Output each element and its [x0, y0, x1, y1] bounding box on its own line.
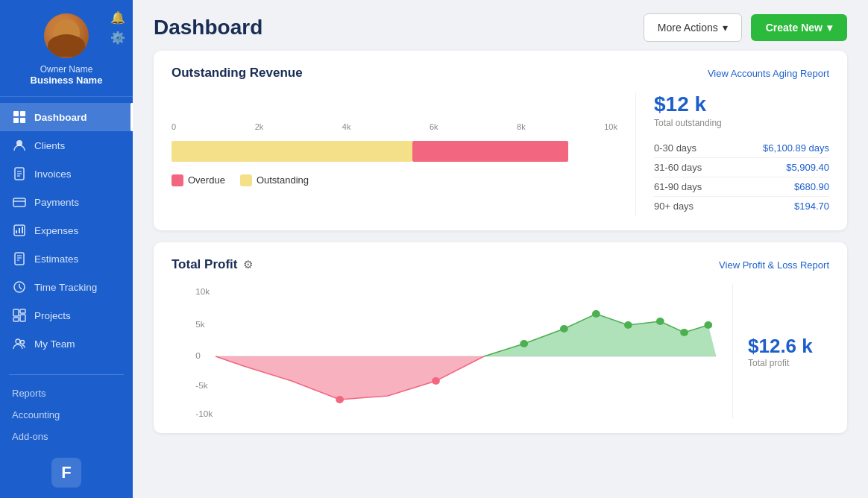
revenue-chart-area: 0 2k 4k 6k 8k 10k — [172, 92, 829, 215]
time-tracking-icon — [12, 280, 27, 294]
sidebar-link-reports[interactable]: Reports — [0, 382, 133, 404]
aging-label: 90+ days — [654, 201, 694, 212]
view-profit-loss-link[interactable]: View Profit & Loss Report — [719, 259, 829, 271]
sidebar-logo: F — [0, 450, 133, 498]
sidebar-link-addons[interactable]: Add-ons — [0, 426, 133, 447]
sidebar-item-payments[interactable]: Payments — [0, 188, 133, 216]
sidebar-item-label: Dashboard — [34, 112, 87, 123]
sidebar-nav: Dashboard Clients Invoices Payments — [0, 97, 133, 370]
sidebar-header-icons: 🔔 ⚙️ — [110, 10, 125, 45]
active-indicator — [130, 103, 133, 131]
total-profit-label: Total profit — [748, 358, 789, 368]
more-actions-button[interactable]: More Actions ▾ — [644, 13, 742, 42]
bar-chart: 0 2k 4k 6k 8k 10k — [172, 122, 617, 186]
svg-rect-23 — [20, 309, 25, 313]
create-new-button[interactable]: Create New ▾ — [751, 14, 847, 41]
svg-rect-24 — [20, 315, 25, 321]
sidebar-item-invoices[interactable]: Invoices — [0, 160, 133, 188]
notifications-icon[interactable]: 🔔 — [110, 10, 125, 25]
sidebar-item-label: Estimates — [34, 253, 78, 265]
owner-name: Owner Name — [40, 64, 93, 75]
legend-overdue-label: Overdue — [188, 174, 225, 186]
y-label-5k: 5k — [195, 320, 205, 329]
dashboard-content: Outstanding Revenue View Accounts Aging … — [133, 51, 868, 448]
bar-row — [172, 137, 617, 166]
aging-value: $5,909.40 — [786, 162, 829, 173]
profit-point — [520, 340, 528, 347]
more-actions-label: More Actions — [658, 22, 718, 34]
total-profit-title: Total Profit — [172, 257, 237, 272]
chevron-down-icon: ▾ — [723, 22, 728, 34]
sidebar-item-estimates[interactable]: Estimates — [0, 245, 133, 273]
aging-value: $194.70 — [794, 201, 829, 212]
freshbooks-logo: F — [51, 458, 81, 488]
bar-outstanding — [172, 141, 412, 162]
axis-label-6k: 6k — [430, 122, 438, 131]
y-label-neg5k: -5k — [195, 381, 208, 390]
chevron-down-icon: ▾ — [827, 22, 832, 34]
profit-point — [680, 329, 688, 336]
profit-summary: $12.6 k Total profit — [732, 284, 829, 418]
svg-rect-25 — [13, 318, 19, 321]
axis-label-4k: 4k — [342, 122, 351, 131]
create-new-label: Create New — [766, 22, 823, 34]
aging-table: 0-30 days $6,100.89 days 31-60 days $5,9… — [654, 139, 829, 215]
outstanding-revenue-header: Outstanding Revenue View Accounts Aging … — [172, 66, 829, 81]
view-aging-report-link[interactable]: View Accounts Aging Report — [708, 68, 829, 79]
svg-point-27 — [21, 341, 25, 344]
filter-icon[interactable]: ⚙ — [243, 258, 253, 271]
svg-rect-3 — [20, 118, 25, 123]
total-profit-header: Total Profit ⚙ View Profit & Loss Report — [172, 257, 829, 272]
sidebar-item-expenses[interactable]: Expenses — [0, 216, 133, 245]
legend-overdue: Overdue — [172, 174, 225, 186]
profit-title-area: Total Profit ⚙ — [172, 257, 253, 272]
svg-point-26 — [16, 339, 20, 344]
aging-row-030: 0-30 days $6,100.89 days — [654, 139, 829, 158]
y-label-0: 0 — [195, 351, 201, 360]
dashboard-icon — [12, 110, 27, 125]
sidebar-item-label: Invoices — [34, 168, 72, 180]
legend-outstanding-label: Outstanding — [257, 174, 309, 186]
sidebar-item-clients[interactable]: Clients — [0, 131, 133, 160]
sidebar-item-label: My Team — [34, 338, 75, 350]
expenses-icon — [12, 223, 27, 238]
sidebar-link-accounting[interactable]: Accounting — [0, 404, 133, 426]
sidebar-item-label: Expenses — [34, 225, 78, 236]
profit-point — [624, 321, 632, 329]
profit-point — [704, 321, 712, 329]
outstanding-color-dot — [240, 174, 252, 186]
legend-outstanding: Outstanding — [240, 174, 309, 186]
profit-chart-container: 10k 5k 0 -5k -10k — [172, 284, 829, 418]
axis-label-2k: 2k — [255, 122, 264, 131]
sidebar-item-my-team[interactable]: My Team — [0, 330, 133, 358]
aging-row-3160: 31-60 days $5,909.40 — [654, 158, 829, 177]
aging-label: 61-90 days — [654, 181, 702, 192]
page-title: Dashboard — [154, 16, 262, 40]
aging-label: 0-30 days — [654, 142, 696, 154]
projects-icon — [12, 308, 27, 323]
profit-point — [560, 325, 568, 332]
sidebar-item-dashboard[interactable]: Dashboard — [0, 103, 133, 131]
svg-rect-15 — [15, 253, 24, 265]
loss-area — [216, 356, 524, 400]
sidebar-item-time-tracking[interactable]: Time Tracking — [0, 273, 133, 301]
profit-chart-svg: 10k 5k 0 -5k -10k — [172, 284, 732, 418]
settings-icon[interactable]: ⚙️ — [110, 31, 125, 45]
axis-label-0: 0 — [172, 122, 176, 131]
y-label-neg10k: -10k — [195, 409, 213, 418]
aging-value: $680.90 — [794, 181, 829, 192]
sidebar-item-label: Clients — [34, 140, 65, 151]
total-profit-amount: $12.6 k — [748, 335, 813, 358]
estimates-icon — [12, 251, 27, 266]
svg-rect-1 — [20, 111, 25, 116]
sidebar-item-projects[interactable]: Projects — [0, 301, 133, 330]
invoices-icon — [12, 166, 27, 181]
sidebar-item-label: Projects — [34, 310, 71, 321]
svg-rect-2 — [13, 118, 19, 123]
total-profit-card: Total Profit ⚙ View Profit & Loss Report… — [154, 242, 847, 433]
clients-icon — [12, 138, 27, 153]
svg-rect-22 — [13, 309, 19, 316]
axis-label-10k: 10k — [604, 122, 617, 131]
payments-icon — [12, 195, 27, 209]
profit-chart-area: 10k 5k 0 -5k -10k — [172, 284, 732, 418]
